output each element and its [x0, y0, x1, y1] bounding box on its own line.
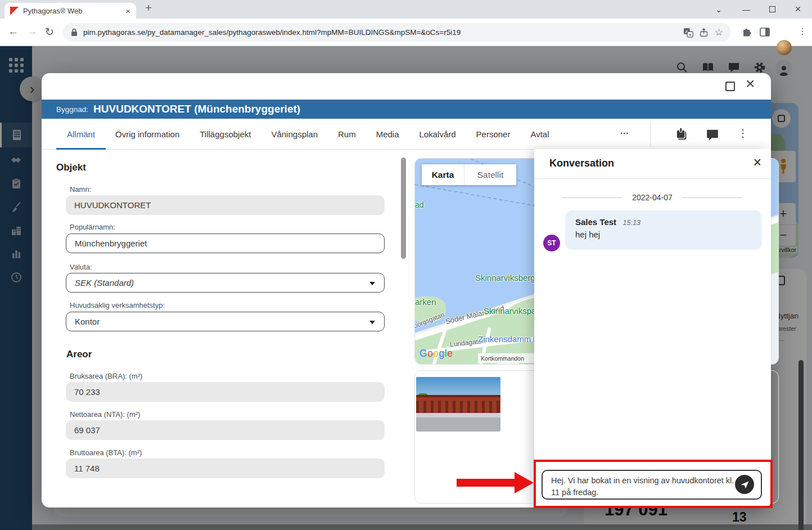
new-tab-button[interactable]: +	[145, 1, 152, 15]
chevron-down-icon	[369, 321, 375, 324]
tab-tillaggsobjekt[interactable]: Tilläggsobjekt	[200, 129, 251, 139]
dialog-menu-icon[interactable]: ⋮	[738, 127, 748, 140]
object-type-label: Byggnad:	[56, 105, 88, 114]
browser-toolbar: ← → ↻ pim.pythagoras.se/py_datamanager_s…	[0, 19, 812, 46]
photo-roof	[416, 395, 500, 397]
message-author: Sales Test	[575, 217, 616, 227]
tabbar-divider	[650, 123, 651, 146]
tab-media[interactable]: Media	[376, 129, 399, 139]
nta-label: Nettoarea (NTA): (m²)	[70, 410, 140, 419]
url-text: pim.pythagoras.se/py_datamanager_sales/p…	[83, 28, 678, 37]
message-text: hej hej	[575, 230, 752, 239]
maximize-icon	[769, 6, 775, 12]
browser-tab[interactable]: Pythagoras® Web ×	[4, 3, 136, 19]
bra-label: Bruksarea (BRA): (m²)	[70, 372, 142, 380]
date-text: 2022-04-07	[632, 193, 673, 202]
areor-heading: Areor	[66, 349, 92, 360]
map-label-parken: arken	[415, 297, 436, 307]
tab-search-chevron-icon[interactable]: ⌄	[709, 0, 728, 19]
form-scrollbar[interactable]	[401, 158, 406, 259]
tab-close-icon[interactable]: ×	[125, 6, 130, 16]
conversation-icon[interactable]	[706, 128, 719, 142]
dialog-title-bar: Byggnad: HUVUDKONTORET (Münchenbryggerie…	[42, 100, 771, 119]
window-close-button[interactable]: ×	[788, 0, 808, 19]
tab-avtal[interactable]: Avtal	[530, 129, 549, 139]
google-letter: o	[427, 348, 433, 359]
bta-field: 11 748	[66, 459, 385, 478]
browser-window: Pythagoras® Web × + ⌄ — × ← → ↻ pim.pyth…	[0, 0, 812, 530]
conversation-title: Konversation	[549, 158, 614, 169]
conversation-panel: Konversation × 2022-04-07 ST Sales Test …	[534, 149, 771, 507]
google-letter: o	[433, 348, 439, 359]
google-letter: G	[419, 348, 427, 359]
map-type-control: Karta Satellit	[422, 164, 516, 185]
tab-rum[interactable]: Rum	[338, 129, 356, 139]
divider-line	[562, 197, 622, 198]
lock-icon	[71, 28, 78, 37]
tab-title: Pythagoras® Web	[23, 7, 121, 15]
google-letter: e	[447, 348, 453, 359]
verksamhetstyp-value: Kontor	[75, 317, 100, 326]
annotation-arrow-head	[515, 472, 534, 493]
address-bar[interactable]: pim.pythagoras.se/py_datamanager_sales/p…	[63, 23, 731, 42]
chevron-down-icon	[369, 282, 375, 285]
translate-icon[interactable]: A	[683, 28, 693, 38]
building-dialog: × Byggnad: HUVUDKONTORET (Münchenbrygger…	[42, 73, 771, 507]
window-minimize-button[interactable]: —	[737, 0, 756, 19]
tab-lokalvard[interactable]: Lokalvård	[419, 129, 456, 139]
side-panel-icon[interactable]	[759, 26, 770, 38]
google-logo: Google	[419, 348, 453, 360]
browser-profile-avatar[interactable]	[777, 40, 792, 55]
valuta-value: SEK (Standard)	[75, 278, 134, 288]
message-bubble: Sales Test 15:13 hej hej	[565, 210, 762, 250]
tab-ovrig-information[interactable]: Övrig information	[115, 129, 179, 139]
map-button-satellit[interactable]: Satellit	[464, 164, 516, 185]
message-time: 15:13	[623, 219, 640, 227]
building-photo[interactable]	[416, 377, 500, 432]
message-avatar: ST	[543, 235, 560, 251]
map-label-zinkensdamm: Zinkensdamm T	[478, 334, 541, 344]
attached-notes-icon[interactable]	[675, 127, 688, 141]
tab-allmant[interactable]: Allmänt	[67, 129, 95, 139]
browser-tab-strip: Pythagoras® Web × + ⌄ — ×	[0, 0, 812, 19]
map-label-skinnarviksberget: Skinnarviksberget	[475, 273, 542, 282]
bra-field: 70 233	[66, 382, 385, 402]
dialog-tab-bar: Allmänt Övrig information Tilläggsobjekt…	[42, 119, 771, 150]
back-button[interactable]: ←	[8, 25, 19, 38]
valuta-select[interactable]: SEK (Standard)	[66, 273, 385, 293]
dialog-maximize-button[interactable]	[725, 82, 735, 91]
pythagoras-logo-icon	[10, 7, 19, 15]
map-button-karta[interactable]: Karta	[422, 164, 464, 185]
map-shortcuts-link[interactable]: Kortkommandon	[481, 355, 524, 362]
popularnamn-label: Populärnamn:	[70, 223, 115, 231]
google-letter: g	[439, 348, 445, 359]
forward-button[interactable]: →	[27, 25, 38, 38]
share-icon[interactable]	[699, 28, 709, 38]
photo-road	[416, 417, 500, 432]
photo-building	[416, 395, 500, 415]
photo-sidewalk	[416, 413, 500, 417]
dialog-close-button[interactable]: ×	[746, 75, 755, 93]
window-maximize-button[interactable]	[763, 0, 782, 19]
conversation-close-icon[interactable]: ×	[753, 154, 761, 170]
tab-personer[interactable]: Personer	[476, 129, 511, 139]
objekt-heading: Objekt	[56, 162, 86, 173]
valuta-label: Valuta:	[70, 263, 92, 271]
tab-vaningsplan[interactable]: Våningsplan	[271, 129, 318, 139]
namn-field: HUVUDKONTORET	[66, 195, 385, 215]
bta-label: Bruttoarea (BTA): (m²)	[70, 448, 142, 457]
map-label-bad: ad	[415, 200, 424, 209]
extensions-icon[interactable]	[741, 26, 752, 38]
verksamhetstyp-select[interactable]: Kontor	[66, 312, 385, 331]
popularnamn-field[interactable]: Münchenbryggeriet	[66, 233, 385, 253]
bookmark-star-icon[interactable]: ☆	[715, 26, 723, 38]
more-tabs-button[interactable]: ...	[620, 126, 629, 136]
namn-label: Namn:	[70, 185, 91, 194]
date-divider: 2022-04-07	[562, 193, 742, 202]
divider-line	[683, 197, 742, 198]
conversation-header: Konversation ×	[534, 149, 771, 179]
reload-button[interactable]: ↻	[45, 25, 54, 38]
zinkensdamm-text: Zinkensdamm	[478, 334, 531, 344]
browser-menu-icon[interactable]: ⋮	[798, 26, 807, 37]
nta-field: 69 037	[66, 420, 385, 440]
